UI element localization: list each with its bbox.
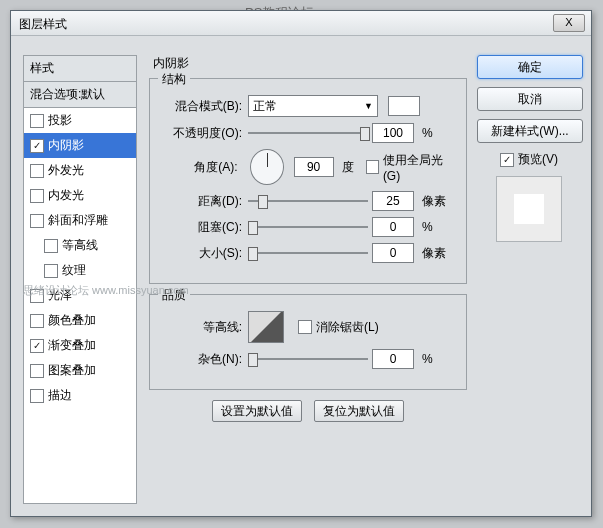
size-unit: 像素 (422, 245, 446, 262)
style-item-2[interactable]: 外发光 (24, 158, 136, 183)
style-item-0[interactable]: 投影 (24, 108, 136, 133)
right-buttons: 确定 取消 新建样式(W)... ✓ 预览(V) (477, 55, 581, 242)
size-input[interactable]: 0 (372, 243, 414, 263)
blending-options[interactable]: 混合选项:默认 (24, 82, 136, 108)
opacity-label: 不透明度(O): (160, 125, 244, 142)
style-item-6[interactable]: 纹理 (24, 258, 136, 283)
settings-panel: 内阴影 结构 混合模式(B): 正常▼ 不透明度(O): 100 % (149, 55, 467, 504)
quality-group-title: 品质 (158, 287, 190, 304)
noise-input[interactable]: 0 (372, 349, 414, 369)
preview-checkbox[interactable]: ✓ (500, 153, 514, 167)
size-slider[interactable] (248, 245, 368, 261)
style-item-checkbox[interactable] (44, 239, 58, 253)
titlebar: 图层样式 X (11, 11, 591, 36)
style-item-label: 图案叠加 (48, 362, 96, 379)
choke-label: 阻塞(C): (160, 219, 244, 236)
style-item-11[interactable]: 描边 (24, 383, 136, 408)
style-item-checkbox[interactable] (30, 314, 44, 328)
size-label: 大小(S): (160, 245, 244, 262)
style-item-label: 斜面和浮雕 (48, 212, 108, 229)
angle-label: 角度(A): (160, 159, 240, 176)
style-item-4[interactable]: 斜面和浮雕 (24, 208, 136, 233)
style-item-10[interactable]: 图案叠加 (24, 358, 136, 383)
style-item-checkbox[interactable]: ✓ (30, 339, 44, 353)
quality-group: 品质 等高线: 消除锯齿(L) 杂色(N): 0 % (149, 294, 467, 390)
contour-picker[interactable] (248, 311, 284, 343)
style-item-checkbox[interactable] (30, 389, 44, 403)
noise-unit: % (422, 352, 433, 366)
angle-knob[interactable] (250, 149, 284, 185)
style-item-label: 内发光 (48, 187, 84, 204)
angle-input[interactable]: 90 (294, 157, 334, 177)
angle-unit: 度 (342, 159, 354, 176)
style-item-label: 描边 (48, 387, 72, 404)
style-item-checkbox[interactable] (44, 264, 58, 278)
style-item-checkbox[interactable]: ✓ (30, 139, 44, 153)
style-item-checkbox[interactable] (30, 364, 44, 378)
antialias-checkbox[interactable] (298, 320, 312, 334)
global-light-checkbox[interactable] (366, 160, 379, 174)
panel-title: 内阴影 (153, 55, 467, 72)
style-item-label: 纹理 (62, 262, 86, 279)
structure-group-title: 结构 (158, 71, 190, 88)
noise-slider[interactable] (248, 351, 368, 367)
opacity-unit: % (422, 126, 433, 140)
make-default-button[interactable]: 设置为默认值 (212, 400, 302, 422)
blend-mode-select[interactable]: 正常▼ (248, 95, 378, 117)
antialias-label: 消除锯齿(L) (316, 319, 379, 336)
distance-input[interactable]: 25 (372, 191, 414, 211)
new-style-button[interactable]: 新建样式(W)... (477, 119, 583, 143)
style-item-checkbox[interactable] (30, 289, 44, 303)
styles-header[interactable]: 样式 (24, 56, 136, 82)
layer-style-dialog: 图层样式 X 样式 混合选项:默认 投影✓内阴影外发光内发光斜面和浮雕等高线纹理… (10, 10, 592, 517)
structure-group: 结构 混合模式(B): 正常▼ 不透明度(O): 100 % 角度(A): (149, 78, 467, 284)
chevron-down-icon: ▼ (364, 101, 373, 111)
style-item-label: 等高线 (62, 237, 98, 254)
opacity-input[interactable]: 100 (372, 123, 414, 143)
style-item-checkbox[interactable] (30, 164, 44, 178)
choke-slider[interactable] (248, 219, 368, 235)
opacity-slider[interactable] (248, 125, 368, 141)
style-item-label: 外发光 (48, 162, 84, 179)
choke-unit: % (422, 220, 433, 234)
preview-box (496, 176, 562, 242)
contour-label: 等高线: (160, 319, 244, 336)
style-item-checkbox[interactable] (30, 189, 44, 203)
global-light-label: 使用全局光(G) (383, 152, 456, 183)
noise-label: 杂色(N): (160, 351, 244, 368)
distance-unit: 像素 (422, 193, 446, 210)
shadow-color-swatch[interactable] (388, 96, 420, 116)
style-item-1[interactable]: ✓内阴影 (24, 133, 136, 158)
style-item-7[interactable]: 光泽 (24, 283, 136, 308)
style-item-9[interactable]: ✓渐变叠加 (24, 333, 136, 358)
style-item-checkbox[interactable] (30, 214, 44, 228)
style-item-label: 投影 (48, 112, 72, 129)
blend-mode-label: 混合模式(B): (160, 98, 244, 115)
style-item-5[interactable]: 等高线 (24, 233, 136, 258)
cancel-button[interactable]: 取消 (477, 87, 583, 111)
close-button[interactable]: X (553, 14, 585, 32)
style-item-checkbox[interactable] (30, 114, 44, 128)
distance-slider[interactable] (248, 193, 368, 209)
style-item-label: 颜色叠加 (48, 312, 96, 329)
style-item-3[interactable]: 内发光 (24, 183, 136, 208)
dialog-title: 图层样式 (19, 16, 67, 33)
styles-list: 样式 混合选项:默认 投影✓内阴影外发光内发光斜面和浮雕等高线纹理光泽颜色叠加✓… (23, 55, 137, 504)
choke-input[interactable]: 0 (372, 217, 414, 237)
reset-default-button[interactable]: 复位为默认值 (314, 400, 404, 422)
style-item-8[interactable]: 颜色叠加 (24, 308, 136, 333)
distance-label: 距离(D): (160, 193, 244, 210)
style-item-label: 光泽 (48, 287, 72, 304)
ok-button[interactable]: 确定 (477, 55, 583, 79)
style-item-label: 渐变叠加 (48, 337, 96, 354)
preview-label: 预览(V) (518, 151, 558, 168)
style-item-label: 内阴影 (48, 137, 84, 154)
